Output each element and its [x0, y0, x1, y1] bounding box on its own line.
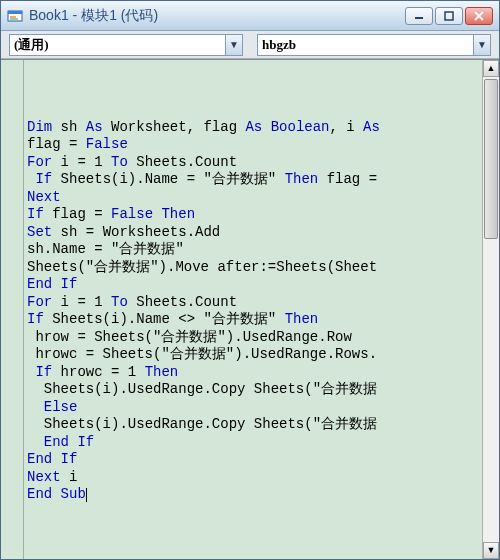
module-icon — [7, 8, 23, 24]
code-line: Set sh = Worksheets.Add — [27, 224, 482, 242]
code-line: If hrowc = 1 Then — [27, 364, 482, 382]
code-line: hrow = Sheets("合并数据").UsedRange.Row — [27, 329, 482, 347]
code-line: sh.Name = "合并数据" — [27, 241, 482, 259]
close-button[interactable] — [465, 7, 493, 25]
scroll-track[interactable] — [483, 77, 499, 542]
code-line: Dim sh As Worksheet, flag As Boolean, i … — [27, 119, 482, 137]
code-line: End Sub — [27, 486, 482, 504]
object-dropdown[interactable]: (通用) ▼ — [9, 34, 243, 56]
code-line: If Sheets(i).Name = "合并数据" Then flag = — [27, 171, 482, 189]
code-line: hrowc = Sheets("合并数据").UsedRange.Rows. — [27, 346, 482, 364]
code-line: Else — [27, 399, 482, 417]
window-title: Book1 - 模块1 (代码) — [29, 7, 405, 25]
code-line: For i = 1 To Sheets.Count — [27, 154, 482, 172]
code-line: If flag = False Then — [27, 206, 482, 224]
code-line: flag = False — [27, 136, 482, 154]
chevron-down-icon: ▼ — [473, 35, 490, 55]
code-line: If Sheets(i).Name <> "合并数据" Then — [27, 311, 482, 329]
text-cursor — [86, 488, 87, 502]
code-line: Next i — [27, 469, 482, 487]
svg-rect-1 — [8, 11, 22, 14]
code-editor[interactable]: Dim sh As Worksheet, flag As Boolean, i … — [1, 60, 482, 559]
code-line: Sheets(i).UsedRange.Copy Sheets("合并数据 — [27, 381, 482, 399]
scroll-thumb[interactable] — [484, 79, 498, 239]
code-line: For i = 1 To Sheets.Count — [27, 294, 482, 312]
vertical-scrollbar[interactable]: ▲ ▼ — [482, 60, 499, 559]
titlebar[interactable]: Book1 - 模块1 (代码) — [1, 1, 499, 31]
minimize-button[interactable] — [405, 7, 433, 25]
minimize-icon — [414, 11, 424, 21]
code-line: End If — [27, 276, 482, 294]
code-line: Sheets(i).UsedRange.Copy Sheets("合并数据 — [27, 416, 482, 434]
object-dropdown-value: (通用) — [10, 36, 225, 54]
maximize-button[interactable] — [435, 7, 463, 25]
object-proc-selectors: (通用) ▼ hbgzb ▼ — [1, 31, 499, 59]
procedure-dropdown-value: hbgzb — [258, 37, 473, 53]
svg-rect-5 — [445, 12, 453, 20]
gutter-line — [23, 60, 24, 559]
procedure-dropdown[interactable]: hbgzb ▼ — [257, 34, 491, 56]
close-icon — [474, 11, 484, 21]
scroll-down-button[interactable]: ▼ — [483, 542, 499, 559]
chevron-down-icon: ▼ — [225, 35, 242, 55]
code-line: Sheets("合并数据").Move after:=Sheets(Sheet — [27, 259, 482, 277]
code-line: Next — [27, 189, 482, 207]
scroll-up-button[interactable]: ▲ — [483, 60, 499, 77]
code-line: End If — [27, 434, 482, 452]
vba-code-window: Book1 - 模块1 (代码) (通用) ▼ hbgzb ▼ Dim sh A… — [0, 0, 500, 560]
code-line: End If — [27, 451, 482, 469]
window-controls — [405, 7, 493, 25]
code-area-wrap: Dim sh As Worksheet, flag As Boolean, i … — [1, 59, 499, 559]
maximize-icon — [444, 11, 454, 21]
